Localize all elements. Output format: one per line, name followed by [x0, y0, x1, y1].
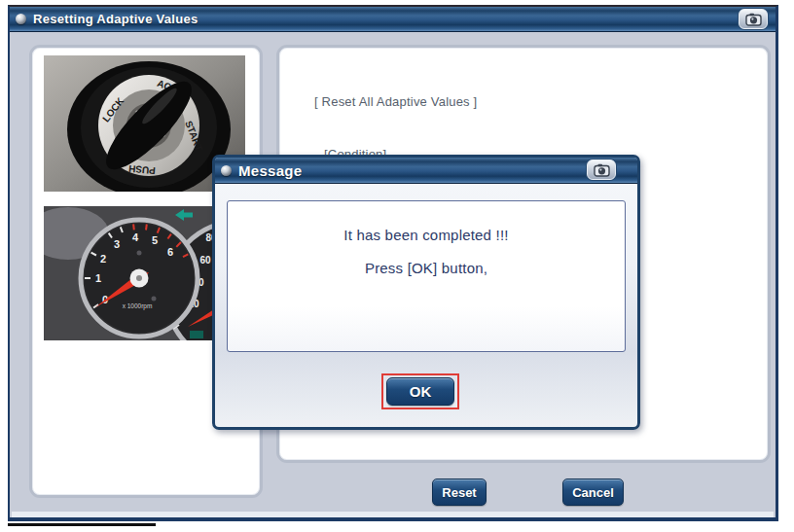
- app-sphere-icon: [16, 14, 26, 24]
- procedure-heading: [ Reset All Adaptive Values ]: [314, 94, 477, 109]
- dialog-camera-button[interactable]: [587, 160, 616, 180]
- tach-number-6: 6: [167, 246, 173, 258]
- tach-number-4: 4: [132, 231, 139, 243]
- screen: Resetting Adaptive Values [ Reset All Ad…: [0, 0, 794, 532]
- message-line-2: Press [OK] button,: [365, 260, 487, 276]
- cancel-button[interactable]: Cancel: [562, 479, 624, 506]
- camera-icon: [594, 163, 610, 177]
- tach-number-3: 3: [114, 238, 120, 250]
- window-titlebar[interactable]: Resetting Adaptive Values: [10, 7, 776, 32]
- message-dialog: Message It has been completed !!! Press …: [212, 155, 640, 430]
- dialog-title: Message: [238, 162, 302, 179]
- screenshot-camera-button[interactable]: [739, 9, 768, 29]
- ok-button-highlight: OK: [381, 373, 459, 409]
- tach-number-5: 5: [152, 234, 158, 246]
- camera-icon: [745, 13, 762, 26]
- message-body: It has been completed !!! Press [OK] but…: [227, 200, 626, 352]
- tach-unit-label: x 1000rpm: [123, 302, 153, 310]
- ok-button[interactable]: OK: [386, 377, 454, 406]
- dialog-sphere-icon: [221, 165, 232, 176]
- reset-button[interactable]: Reset: [432, 479, 487, 506]
- window-bottom-bevel: [12, 512, 774, 517]
- window-title: Resetting Adaptive Values: [33, 12, 198, 26]
- dialog-titlebar[interactable]: Message: [215, 158, 637, 184]
- window-shadow-mark: [8, 523, 156, 526]
- message-line-1: It has been completed !!!: [343, 227, 508, 243]
- tach-number-2: 2: [100, 253, 106, 265]
- tach-number-1: 1: [95, 272, 101, 284]
- speedo-number-60: 60: [199, 255, 211, 266]
